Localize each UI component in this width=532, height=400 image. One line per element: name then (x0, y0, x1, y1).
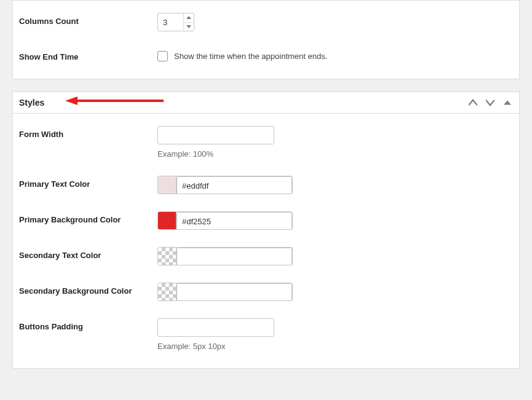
secondary-text-color-swatch[interactable] (158, 248, 177, 265)
buttons-padding-hint: Example: 5px 10px (157, 342, 513, 351)
primary-bg-color-swatch[interactable] (158, 212, 177, 229)
move-down-icon[interactable] (485, 97, 496, 108)
primary-bg-color-input[interactable] (177, 212, 292, 230)
secondary-bg-color-swatch[interactable] (158, 283, 177, 300)
stepper-up-icon[interactable] (184, 14, 194, 23)
primary-text-color-input[interactable] (177, 176, 292, 194)
show-end-time-checkbox[interactable] (157, 51, 168, 61)
primary-text-color-label: Primary Text Color (19, 176, 157, 189)
columns-count-stepper[interactable] (183, 14, 194, 31)
row-primary-bg-color: Primary Background Color (19, 203, 513, 238)
form-width-label: Form Width (19, 126, 157, 139)
secondary-text-color-picker[interactable] (157, 247, 293, 265)
buttons-padding-label: Buttons Padding (19, 318, 157, 331)
show-end-time-desc: Show the time when the appointment ends. (174, 52, 327, 61)
secondary-bg-color-label: Secondary Background Color (19, 283, 157, 296)
primary-text-color-swatch[interactable] (158, 176, 177, 194)
show-end-time-label: Show End Time (19, 49, 157, 61)
primary-bg-color-label: Primary Background Color (19, 211, 157, 224)
form-width-hint: Example: 100% (157, 149, 513, 159)
settings-panel-styles: Styles Form Width (12, 92, 520, 369)
secondary-bg-color-input[interactable] (177, 283, 292, 301)
arrow-annotation-icon (65, 95, 164, 106)
columns-count-label: Columns Count (19, 13, 157, 26)
collapse-icon[interactable] (502, 97, 513, 108)
buttons-padding-input[interactable] (157, 318, 274, 337)
row-form-width: Form Width Example: 100% (19, 117, 513, 167)
stepper-down-icon[interactable] (184, 23, 194, 31)
secondary-text-color-input[interactable] (177, 248, 292, 265)
svg-marker-1 (65, 96, 77, 105)
secondary-text-color-label: Secondary Text Color (19, 247, 157, 260)
row-primary-text-color: Primary Text Color (19, 167, 513, 203)
styles-section-header[interactable]: Styles (13, 92, 519, 114)
settings-panel-top: Columns Count (12, 0, 520, 79)
primary-bg-color-picker[interactable] (157, 211, 293, 230)
move-up-icon[interactable] (467, 97, 478, 108)
primary-text-color-picker[interactable] (157, 176, 293, 194)
styles-section-title: Styles (19, 98, 44, 108)
row-show-end-time: Show End Time Show the time when the app… (19, 40, 513, 70)
row-secondary-bg-color: Secondary Background Color (19, 274, 513, 310)
form-width-input[interactable] (157, 126, 274, 144)
row-secondary-text-color: Secondary Text Color (19, 238, 513, 274)
row-buttons-padding: Buttons Padding Example: 5px 10px (19, 310, 513, 359)
row-columns-count: Columns Count (19, 4, 513, 40)
secondary-bg-color-picker[interactable] (157, 283, 293, 301)
